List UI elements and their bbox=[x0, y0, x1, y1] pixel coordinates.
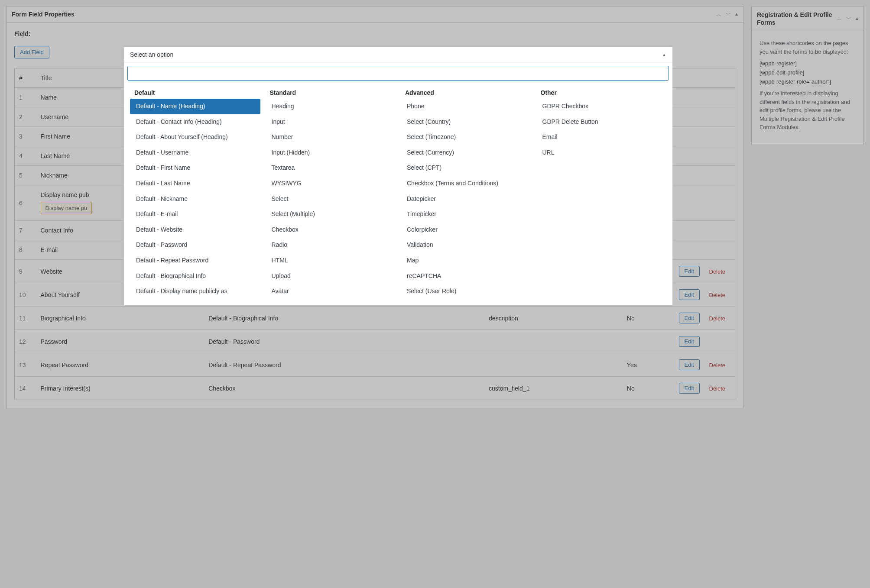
dropdown-option[interactable]: Default - Biographical Info bbox=[130, 268, 260, 284]
dropdown-option[interactable]: Input bbox=[266, 114, 396, 130]
dropdown-option[interactable]: Default - Password bbox=[130, 237, 260, 253]
dropdown-option[interactable]: Email bbox=[536, 129, 667, 145]
dropdown-selected[interactable]: Select an option ▲ bbox=[124, 47, 672, 62]
dropdown-group: OtherGDPR CheckboxGDPR Delete ButtonEmai… bbox=[534, 86, 669, 299]
dropdown-group: DefaultDefault - Name (Heading)Default -… bbox=[127, 86, 263, 299]
dropdown-option[interactable]: Map bbox=[401, 253, 531, 268]
dropdown-option[interactable]: Default - E-mail bbox=[130, 207, 260, 222]
dropdown-option[interactable]: reCAPTCHA bbox=[401, 268, 531, 284]
dropdown-option[interactable]: Phone bbox=[401, 99, 531, 114]
dropdown-option[interactable]: Default - About Yourself (Heading) bbox=[130, 129, 260, 145]
dropdown-group-label: Other bbox=[536, 86, 667, 99]
dropdown-option[interactable]: Default - Name (Heading) bbox=[130, 99, 260, 114]
dropdown-option[interactable]: Datepicker bbox=[401, 191, 531, 207]
dropdown-option[interactable]: Default - Repeat Password bbox=[130, 253, 260, 268]
dropdown-option[interactable]: Default - Last Name bbox=[130, 176, 260, 191]
dropdown-group-label: Standard bbox=[266, 86, 396, 99]
dropdown-option[interactable]: Timepicker bbox=[401, 207, 531, 222]
dropdown-option[interactable]: Default - First Name bbox=[130, 160, 260, 176]
dropdown-option[interactable]: Checkbox bbox=[266, 222, 396, 238]
dropdown-group: AdvancedPhoneSelect (Country)Select (Tim… bbox=[398, 86, 534, 299]
dropdown-option[interactable]: Heading bbox=[266, 99, 396, 114]
dropdown-option[interactable]: GDPR Delete Button bbox=[536, 114, 667, 130]
dropdown-option[interactable]: Checkbox (Terms and Conditions) bbox=[401, 176, 531, 191]
dropdown-group-label: Default bbox=[130, 86, 260, 99]
dropdown-option[interactable]: Validation bbox=[401, 237, 531, 253]
dropdown-option[interactable]: Select (Multiple) bbox=[266, 207, 396, 222]
dropdown-option[interactable]: HTML bbox=[266, 253, 396, 268]
dropdown-option[interactable]: Avatar bbox=[266, 284, 396, 299]
dropdown-option[interactable]: Colorpicker bbox=[401, 222, 531, 238]
dropdown-option[interactable]: Textarea bbox=[266, 160, 396, 176]
caret-up-icon: ▲ bbox=[662, 52, 666, 57]
dropdown-option[interactable]: Default - Display name publicly as bbox=[130, 284, 260, 299]
dropdown-option[interactable]: URL bbox=[536, 145, 667, 161]
dropdown-option[interactable]: Number bbox=[266, 129, 396, 145]
dropdown-group-label: Advanced bbox=[401, 86, 531, 99]
dropdown-option[interactable]: Default - Contact Info (Heading) bbox=[130, 114, 260, 130]
dropdown-option[interactable]: GDPR Checkbox bbox=[536, 99, 667, 114]
dropdown-search-input[interactable] bbox=[127, 66, 669, 81]
dropdown-option[interactable]: Default - Username bbox=[130, 145, 260, 161]
dropdown-option[interactable]: Input (Hidden) bbox=[266, 145, 396, 161]
dropdown-option[interactable]: Select (Country) bbox=[401, 114, 531, 130]
dropdown-option[interactable]: Select (User Role) bbox=[401, 284, 531, 299]
dropdown-option[interactable]: Select (Currency) bbox=[401, 145, 531, 161]
dropdown-option[interactable]: Select (CPT) bbox=[401, 160, 531, 176]
dropdown-option[interactable]: Select (Timezone) bbox=[401, 129, 531, 145]
dropdown-option[interactable]: Select bbox=[266, 191, 396, 207]
dropdown-option[interactable]: WYSIWYG bbox=[266, 176, 396, 191]
field-select-dropdown: Select an option ▲ DefaultDefault - Name… bbox=[123, 47, 673, 306]
dropdown-option[interactable]: Upload bbox=[266, 268, 396, 284]
dropdown-option[interactable]: Default - Nickname bbox=[130, 191, 260, 207]
dropdown-group: StandardHeadingInputNumberInput (Hidden)… bbox=[263, 86, 399, 299]
dropdown-option[interactable]: Default - Website bbox=[130, 222, 260, 238]
dropdown-option[interactable]: Radio bbox=[266, 237, 396, 253]
dropdown-placeholder: Select an option bbox=[130, 51, 173, 58]
